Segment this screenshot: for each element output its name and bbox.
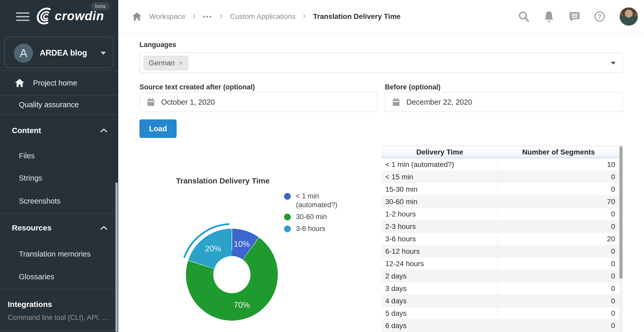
- table-cell-label: 2-3 hours: [382, 220, 498, 233]
- languages-select[interactable]: German ×: [139, 52, 623, 73]
- legend-item[interactable]: 30-60 min: [284, 212, 341, 221]
- sidebar-item-strings[interactable]: Strings: [0, 167, 118, 189]
- project-avatar: A: [14, 44, 33, 63]
- table-cell-value: 0: [498, 282, 619, 295]
- sidebar-scrollbar-thumb[interactable]: [115, 182, 118, 332]
- table-row[interactable]: 4 days0: [382, 295, 619, 307]
- table-cell-value: 0: [498, 183, 619, 195]
- chevron-right-icon: ›: [220, 11, 223, 22]
- before-date-label: Before (optional): [385, 83, 441, 91]
- table-cell-value: 0: [498, 258, 619, 270]
- before-date-input[interactable]: December 22, 2020: [385, 92, 623, 112]
- table-row[interactable]: 3 days0: [382, 282, 619, 295]
- messages-icon[interactable]: [569, 11, 580, 22]
- table-cell-value: 0: [498, 270, 619, 282]
- hamburger-menu-icon[interactable]: [16, 12, 29, 22]
- table-row[interactable]: 6 days0: [382, 320, 619, 332]
- topbar-icons: ?: [518, 0, 638, 33]
- table-scrollbar-thumb[interactable]: [619, 146, 623, 279]
- donut-chart[interactable]: 10%70%20%: [186, 229, 278, 321]
- slice-percent-label: 70%: [234, 300, 250, 310]
- table-row[interactable]: 12-24 hours0: [382, 258, 619, 270]
- table-header-delivery-time[interactable]: Delivery Time: [382, 146, 498, 158]
- legend-label: 30-60 min: [296, 212, 327, 221]
- table-cell-value: 0: [498, 245, 619, 257]
- user-avatar[interactable]: [619, 7, 638, 26]
- chevron-right-icon: ›: [303, 11, 306, 22]
- slice-percent-label: 20%: [205, 244, 221, 253]
- table-scrollbar-track: [619, 146, 623, 332]
- table-cell-label: 1-2 hours: [382, 208, 498, 220]
- table-row[interactable]: 2-3 hours0: [382, 220, 619, 233]
- legend-swatch-icon: [284, 226, 291, 232]
- sidebar-section-resources[interactable]: Resources: [0, 219, 118, 237]
- table-cell-label: 6-12 hours: [382, 245, 498, 257]
- delivery-time-table: Delivery Time Number of Segments < 1 min…: [382, 146, 623, 332]
- select-caret-icon: [611, 62, 616, 65]
- chevron-down-icon: [101, 52, 106, 55]
- breadcrumb-item-ellipsis[interactable]: •••: [203, 13, 213, 20]
- sidebar-item-translation-memories[interactable]: Translation memories: [0, 243, 118, 265]
- table-cell-label: 12-24 hours: [382, 258, 498, 270]
- table-cell-label: 15-30 min: [382, 183, 498, 195]
- help-icon[interactable]: ?: [594, 11, 605, 22]
- sidebar-item-files[interactable]: Files: [0, 145, 118, 167]
- table-cell-value: 0: [498, 307, 619, 319]
- legend-item[interactable]: < 1 min (automated?): [284, 192, 341, 209]
- table-header-row: Delivery Time Number of Segments: [382, 146, 619, 158]
- table-row[interactable]: 5 days0: [382, 307, 619, 320]
- breadcrumb-current: Translation Delivery Time: [313, 12, 400, 21]
- sidebar-item-cli-api[interactable]: Command line tool (CLI), API, …: [0, 311, 118, 324]
- table-cell-label: 30-60 min: [382, 196, 498, 208]
- project-name: ARDEA blog: [40, 37, 87, 69]
- notifications-bell-icon[interactable]: [543, 11, 555, 22]
- calendar-icon: [392, 98, 400, 106]
- table-cell-value: 10: [498, 158, 619, 171]
- topbar: Workspace › ••• › Custom Applications › …: [118, 0, 644, 34]
- table-header-number-of-segments[interactable]: Number of Segments: [498, 146, 619, 158]
- table-cell-label: < 15 min: [382, 171, 498, 183]
- legend-swatch-icon: [284, 214, 291, 220]
- after-date-input[interactable]: October 1, 2020: [139, 92, 378, 112]
- table-cell-label: 5 days: [382, 307, 498, 319]
- breadcrumb-item-custom-applications[interactable]: Custom Applications: [230, 12, 296, 21]
- sidebar-section-content[interactable]: Content: [0, 121, 118, 140]
- language-tag-german: German ×: [144, 56, 188, 70]
- table-cell-value: 0: [498, 208, 619, 220]
- table-column-divider: [498, 146, 498, 332]
- languages-label: Languages: [139, 41, 176, 49]
- breadcrumb-item-workspace[interactable]: Workspace: [149, 12, 185, 21]
- table-row[interactable]: 1-2 hours0: [382, 208, 619, 220]
- table-row[interactable]: 30-60 min70: [382, 196, 619, 208]
- legend-item[interactable]: 3-6 hours: [284, 224, 341, 233]
- sidebar-item-quality-assurance[interactable]: Quality assurance: [0, 95, 118, 114]
- table-row[interactable]: < 15 min0: [382, 171, 619, 183]
- sidebar-item-project-home[interactable]: Project home: [0, 71, 118, 95]
- legend-swatch-icon: [284, 193, 291, 200]
- breadcrumb: Workspace › ••• › Custom Applications › …: [132, 0, 400, 33]
- sidebar-section-integrations: Integrations: [0, 295, 118, 313]
- after-date-value: October 1, 2020: [161, 98, 215, 106]
- home-icon[interactable]: [132, 12, 142, 21]
- chevron-right-icon: ›: [193, 11, 196, 22]
- table-row[interactable]: 15-30 min0: [382, 183, 619, 196]
- search-icon[interactable]: [518, 11, 529, 22]
- remove-tag-icon[interactable]: ×: [178, 59, 183, 67]
- table-row[interactable]: 3-6 hours20: [382, 233, 619, 245]
- sidebar-item-glossaries[interactable]: Glossaries: [0, 266, 118, 288]
- table-body: < 1 min (automated?)10< 15 min015-30 min…: [382, 158, 619, 332]
- project-selector[interactable]: A ARDEA blog: [4, 37, 114, 68]
- chevron-up-icon: [100, 128, 107, 133]
- sidebar-item-screenshots[interactable]: Screenshots: [0, 190, 118, 212]
- table-cell-label: 3 days: [382, 282, 498, 295]
- table-row[interactable]: 6-12 hours0: [382, 245, 619, 258]
- table-cell-value: 20: [498, 233, 619, 245]
- chart-title: Translation Delivery Time: [139, 176, 306, 185]
- chevron-up-icon: [100, 226, 107, 230]
- table-cell-value: 0: [498, 220, 619, 233]
- table-row[interactable]: 2 days0: [382, 270, 619, 282]
- load-button[interactable]: Load: [139, 119, 177, 138]
- chart-legend: < 1 min (automated?)30-60 min3-6 hours: [284, 192, 341, 233]
- sidebar-item-label: Quality assurance: [19, 101, 79, 109]
- table-row[interactable]: < 1 min (automated?)10: [382, 158, 619, 171]
